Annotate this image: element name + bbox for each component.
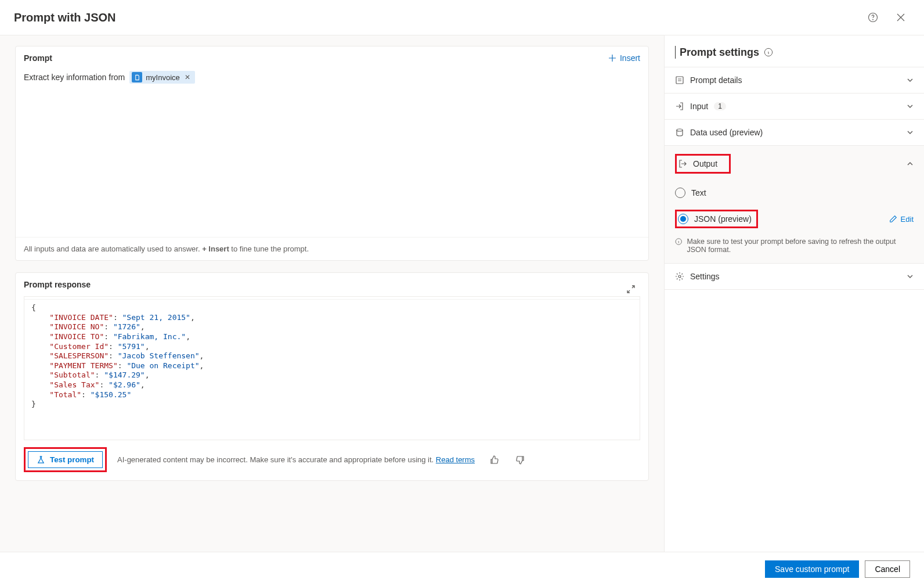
input-icon (675, 102, 684, 111)
output-option-text[interactable]: Text (665, 182, 924, 204)
plus-icon (608, 54, 616, 62)
test-prompt-highlight: Test prompt (24, 447, 107, 472)
save-button[interactable]: Save custom prompt (765, 560, 859, 578)
chevron-down-icon (907, 273, 914, 280)
cancel-button[interactable]: Cancel (865, 560, 910, 578)
read-terms-link[interactable]: Read terms (436, 455, 475, 464)
expand-icon[interactable] (622, 280, 640, 299)
info-icon (675, 238, 682, 246)
prompt-card: Prompt Insert Extract key information fr… (15, 46, 649, 261)
svg-point-4 (677, 129, 683, 131)
output-option-json[interactable]: JSON (preview) Edit (665, 204, 924, 234)
response-card: Prompt response { "INVOICE DATE": "Sept … (15, 272, 649, 481)
radio-selected-icon (678, 214, 688, 224)
accordion-input[interactable]: Input 1 (665, 93, 924, 120)
radio-label: JSON (preview) (694, 214, 752, 224)
accordion-label: Input (690, 102, 708, 111)
output-highlight: Output (675, 154, 731, 174)
ai-disclaimer: AI-generated content may be incorrect. M… (117, 455, 475, 464)
info-text: Make sure to test your prompt before sav… (687, 238, 914, 254)
chevron-down-icon (907, 77, 914, 84)
accordion-label: Prompt details (690, 75, 742, 85)
help-icon[interactable] (864, 8, 882, 27)
accordion-label: Settings (690, 272, 720, 281)
svg-point-1 (873, 19, 874, 20)
json-output: { "INVOICE DATE": "Sept 21, 2015", "INVO… (24, 300, 640, 440)
flask-icon (37, 455, 45, 464)
prompt-footer-hint: All inputs and data are automatically us… (16, 237, 648, 260)
settings-sidebar: Prompt settings Prompt details Input 1 D… (664, 35, 924, 552)
insert-button[interactable]: Insert (608, 53, 640, 63)
test-prompt-button[interactable]: Test prompt (28, 451, 103, 468)
svg-rect-3 (676, 77, 683, 84)
chevron-down-icon (907, 129, 914, 136)
edit-label: Edit (901, 215, 914, 224)
output-icon (678, 159, 687, 168)
radio-unselected-icon (675, 188, 685, 198)
chip-remove-icon[interactable]: ✕ (185, 73, 190, 81)
pencil-icon (889, 215, 897, 223)
insert-label: Insert (620, 53, 640, 63)
info-icon[interactable] (764, 48, 773, 57)
svg-point-6 (678, 275, 681, 278)
input-count-badge: 1 (714, 102, 726, 110)
chip-label: myInvoice (146, 73, 180, 82)
radio-label: Text (691, 188, 706, 197)
close-icon[interactable] (891, 8, 910, 27)
page-title: Prompt with JSON (14, 11, 116, 24)
accordion-output[interactable]: Output (665, 146, 924, 182)
accordion-prompt-details[interactable]: Prompt details (665, 67, 924, 93)
thumbs-down-icon[interactable] (511, 451, 529, 469)
accordion-label: Output (693, 159, 717, 168)
edit-json-button[interactable]: Edit (889, 215, 914, 224)
json-option-highlight: JSON (preview) (675, 210, 758, 228)
thumbs-up-icon[interactable] (485, 451, 504, 469)
prompt-section-title: Prompt (24, 53, 52, 63)
response-section-title: Prompt response (24, 280, 91, 289)
prompt-text: Extract key information from (24, 73, 125, 82)
database-icon (675, 128, 684, 137)
output-info-row: Make sure to test your prompt before sav… (665, 234, 924, 263)
variable-chip[interactable]: myInvoice ✕ (129, 71, 195, 84)
details-icon (675, 75, 684, 85)
accordion-label: Data used (preview) (690, 128, 763, 137)
prompt-input-area[interactable]: Extract key information from myInvoice ✕ (16, 70, 648, 237)
sidebar-title: Prompt settings (680, 46, 759, 59)
accordion-data-used[interactable]: Data used (preview) (665, 120, 924, 146)
document-icon (132, 72, 142, 82)
accordion-settings[interactable]: Settings (665, 264, 924, 290)
chevron-down-icon (907, 103, 914, 110)
chevron-up-icon (907, 160, 914, 167)
test-prompt-label: Test prompt (50, 455, 94, 464)
gear-icon (675, 272, 684, 281)
